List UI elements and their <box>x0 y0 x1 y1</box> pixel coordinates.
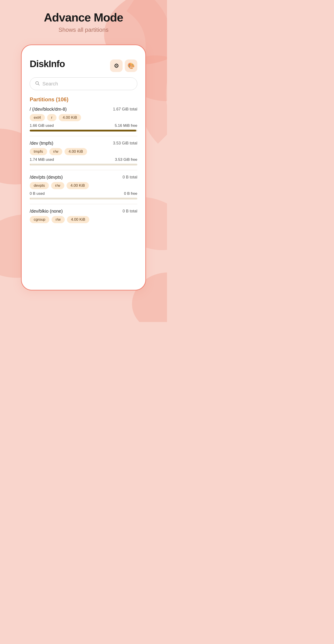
svg-line-7 <box>38 84 39 85</box>
partition-used: 1.74 MiB used <box>30 158 54 162</box>
partition-tag: 4.00 KiB <box>67 216 89 223</box>
partition-tag: 4.00 KiB <box>67 182 89 189</box>
partition-item: /dev/blkio (none)0 B totalcgroupr/w4.00 … <box>30 209 137 230</box>
partition-name: /dev/blkio (none) <box>30 209 63 214</box>
progress-bar-fill <box>30 164 31 166</box>
phone-frame: DiskInfo ⚙ 🎨 Search Partitions (106) / (… <box>21 44 146 290</box>
progress-bar-fill <box>30 130 136 132</box>
partition-tag: r/w <box>49 148 62 155</box>
page-title: Advance Mode <box>44 11 123 24</box>
partition-item: / (/dev/block/dm-8)1.67 GiB totalext4r4.… <box>30 107 137 136</box>
partition-tag: 4.00 KiB <box>59 114 81 121</box>
partition-item: /dev/pts (devpts)0 B totaldevptsr/w4.00 … <box>30 175 137 204</box>
palette-button[interactable]: 🎨 <box>125 60 137 72</box>
partition-name: / (/dev/block/dm-8) <box>30 107 67 112</box>
search-input-placeholder: Search <box>42 81 58 87</box>
partition-tag: r <box>47 114 56 121</box>
page-header: Advance Mode Shows all partitions <box>35 0 132 40</box>
partition-tag: cgroup <box>30 216 49 223</box>
partition-total: 3.53 GiB total <box>113 141 137 146</box>
partition-usage-row: 1.66 GiB used5.16 MiB free <box>30 124 137 128</box>
partition-free: 3.53 GiB free <box>115 158 137 162</box>
partition-total: 0 B total <box>123 209 137 214</box>
settings-button[interactable]: ⚙ <box>110 60 123 72</box>
partition-name: /dev/pts (devpts) <box>30 175 63 180</box>
partition-tags: ext4r4.00 KiB <box>30 114 137 121</box>
partition-tags: cgroupr/w4.00 KiB <box>30 216 137 223</box>
partition-tag: r/w <box>51 182 64 189</box>
header-buttons: ⚙ 🎨 <box>110 60 137 72</box>
progress-bar-bg <box>30 130 137 132</box>
partition-list: / (/dev/block/dm-8)1.67 GiB totalext4r4.… <box>30 107 137 230</box>
partition-free: 0 B free <box>124 192 137 196</box>
search-bar[interactable]: Search <box>30 77 137 90</box>
palette-icon: 🎨 <box>128 62 135 69</box>
partition-name: /dev (tmpfs) <box>30 141 53 146</box>
partition-total: 0 B total <box>123 175 137 180</box>
partition-tag: tmpfs <box>30 148 47 155</box>
partition-total: 1.67 GiB total <box>113 107 137 112</box>
page-subtitle: Shows all partitions <box>44 26 123 33</box>
progress-bar-fill <box>30 198 31 200</box>
progress-bar-bg <box>30 164 137 166</box>
partition-free: 5.16 MiB free <box>115 124 137 128</box>
partition-tag: ext4 <box>30 114 45 121</box>
partition-used: 1.66 GiB used <box>30 124 54 128</box>
partition-tag: r/w <box>52 216 65 223</box>
section-title: Partitions (106) <box>30 96 137 103</box>
partition-tag: devpts <box>30 182 49 189</box>
gear-icon: ⚙ <box>114 62 119 69</box>
partition-item: /dev (tmpfs)3.53 GiB totaltmpfsr/w4.00 K… <box>30 141 137 170</box>
partition-tag: 4.00 KiB <box>64 148 87 155</box>
partition-usage-row: 0 B used0 B free <box>30 192 137 196</box>
search-icon <box>35 81 40 87</box>
app-title: DiskInfo <box>30 58 65 69</box>
partition-tags: tmpfsr/w4.00 KiB <box>30 148 137 155</box>
partition-used: 0 B used <box>30 192 45 196</box>
partition-usage-row: 1.74 MiB used3.53 GiB free <box>30 158 137 162</box>
app-header: DiskInfo ⚙ 🎨 <box>30 58 137 72</box>
progress-bar-bg <box>30 198 137 200</box>
partition-tags: devptsr/w4.00 KiB <box>30 182 137 189</box>
